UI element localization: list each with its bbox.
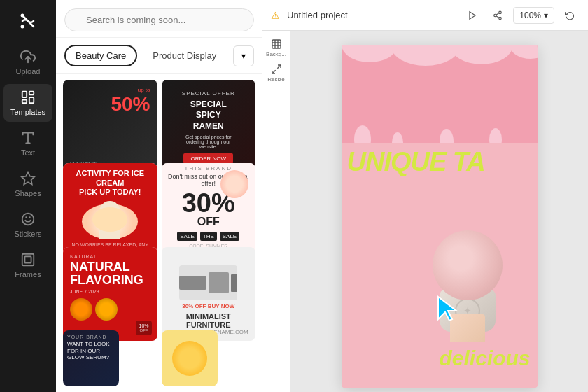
template-card-7[interactable]: YOUR BRAND WANT TO LOOK FOR IN OUR GLOW …: [63, 330, 119, 386]
warning-icon: ⚠: [271, 10, 280, 21]
svg-line-22: [277, 65, 281, 69]
icecream-illustration: ✦: [398, 87, 538, 353]
toolbar-actions: 100% ▾: [463, 6, 580, 25]
filter-beauty-care[interactable]: Beauty Care: [64, 45, 137, 66]
svg-rect-3: [22, 92, 27, 97]
resize-tool[interactable]: Resize: [265, 62, 288, 84]
template-card-5[interactable]: NATURAL NATURALFLAVORING JUNE 7 2023 10%…: [63, 247, 158, 342]
side-tools-panel: Backg... Resize: [262, 31, 290, 392]
canvas-sub-text: delicious: [439, 346, 530, 370]
canvas-design: UNIQUE TA ✦ delicious: [342, 45, 538, 388]
canvas-workspace[interactable]: UNIQUE TA ✦ delicious: [290, 31, 588, 392]
svg-line-20: [496, 13, 499, 14]
templates-panel: 🔍 Beauty Care Product Display ▾ up to 50…: [56, 0, 262, 392]
sidebar-upload-label: Upload: [16, 67, 41, 76]
filter-bar: Beauty Care Product Display ▾: [56, 38, 262, 74]
filter-dropdown-button[interactable]: ▾: [233, 46, 254, 66]
svg-point-18: [499, 17, 502, 20]
svg-marker-15: [470, 11, 475, 19]
svg-marker-33: [438, 297, 456, 321]
template-card-1[interactable]: up to 50% SHOP NOW: [63, 80, 158, 174]
template-card-2[interactable]: SPECIAL OFFER SpecialSpicyRamen Get spec…: [162, 80, 256, 174]
template-card-8[interactable]: [162, 330, 218, 386]
svg-rect-13: [22, 254, 34, 266]
svg-rect-4: [29, 92, 34, 95]
background-tool-label: Backg...: [266, 51, 286, 57]
search-input[interactable]: [64, 8, 254, 31]
svg-point-1: [21, 25, 24, 29]
sidebar-text-label: Text: [21, 148, 35, 157]
sidebar-item-upload[interactable]: Upload: [4, 43, 52, 81]
sidebar-frames-label: Frames: [15, 270, 41, 279]
svg-line-23: [272, 70, 276, 74]
sidebar-templates-label: Templates: [10, 108, 46, 116]
canvas-editor: ⚠ Untitled project 100% ▾ Backg...: [262, 0, 588, 392]
svg-line-19: [496, 15, 499, 17]
sidebar-item-templates[interactable]: Templates: [4, 84, 52, 122]
zoom-dropdown-icon: ▾: [544, 10, 548, 20]
zoom-control[interactable]: 100% ▾: [513, 7, 554, 24]
svg-rect-5: [29, 97, 34, 103]
sidebar-stickers-label: Stickers: [14, 230, 41, 238]
app-logo[interactable]: [14, 7, 42, 35]
template-card-6[interactable]: 30% OFF BUY NOW MINIMALISTFURNITURE WWW.…: [162, 247, 256, 342]
svg-rect-6: [22, 100, 27, 104]
sidebar-shapes-label: Shapes: [15, 189, 41, 197]
sidebar-item-stickers[interactable]: Stickers: [4, 206, 52, 244]
svg-point-10: [22, 214, 34, 225]
project-title[interactable]: Untitled project: [287, 10, 456, 20]
sidebar-item-text[interactable]: Text: [4, 125, 52, 162]
zoom-level: 100%: [519, 10, 541, 20]
svg-point-16: [499, 11, 502, 13]
undo-button[interactable]: [560, 6, 580, 25]
search-bar: 🔍: [56, 0, 262, 38]
canvas-content-area: Backg... Resize: [262, 31, 588, 392]
canvas-toolbar: ⚠ Untitled project 100% ▾: [262, 0, 588, 31]
svg-rect-14: [24, 256, 31, 262]
svg-marker-9: [22, 172, 34, 184]
templates-grid: up to 50% SHOP NOW SPECIAL OFFER Special…: [56, 74, 262, 392]
filter-product-display[interactable]: Product Display: [143, 46, 226, 65]
template-card-3[interactable]: ACTIVITY FOR ICE CREAMPICK UP TODAY! NO …: [63, 163, 158, 258]
sidebar-item-shapes[interactable]: Shapes: [4, 165, 52, 203]
cursor-pointer-icon: [435, 294, 458, 325]
svg-rect-21: [272, 40, 281, 48]
play-button[interactable]: [463, 6, 482, 25]
svg-point-0: [21, 14, 24, 18]
chevron-down-icon: ▾: [241, 51, 246, 61]
sidebar-item-frames[interactable]: Frames: [4, 246, 52, 284]
background-tool[interactable]: Backg...: [265, 36, 288, 59]
svg-point-17: [494, 14, 497, 17]
template-card-4[interactable]: THIS BRAND Don't miss out on our special…: [162, 163, 256, 258]
share-button[interactable]: [488, 6, 507, 25]
resize-tool-label: Resize: [267, 76, 284, 83]
sidebar: Upload Templates Text Shapes Sti: [0, 0, 56, 392]
